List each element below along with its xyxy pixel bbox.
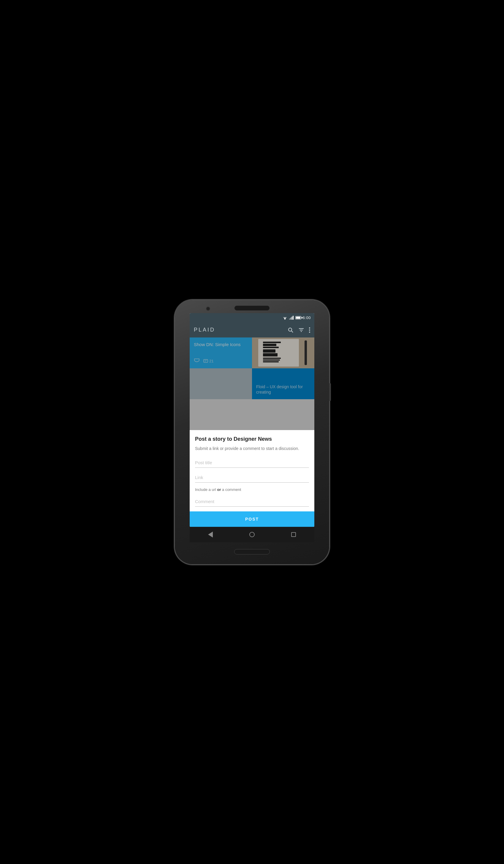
bottom-speaker: [234, 549, 270, 554]
svg-rect-6: [291, 317, 292, 320]
nav-home-button[interactable]: [246, 529, 258, 540]
status-icons: 6:00: [282, 315, 311, 320]
speaker-grille: [234, 305, 270, 311]
link-input[interactable]: [195, 472, 309, 483]
svg-point-3: [284, 319, 285, 320]
svg-rect-7: [293, 316, 293, 320]
wifi-icon: [282, 316, 288, 320]
app-bar: Plaid: [190, 323, 314, 337]
filter-icon[interactable]: [298, 328, 304, 332]
phone-top: [175, 300, 329, 311]
front-camera: [206, 307, 210, 311]
svg-line-9: [291, 331, 293, 333]
svg-rect-4: [289, 319, 290, 320]
modal-overlay: Post a story to Designer News Submit a l…: [190, 337, 314, 527]
status-bar: 6:00: [190, 313, 314, 323]
nav-bar: [190, 527, 314, 542]
signal-icon: [289, 316, 294, 320]
comment-group: [195, 496, 309, 507]
phone-bottom: [234, 542, 270, 564]
battery-fill: [296, 317, 300, 319]
status-time: 6:00: [303, 315, 311, 320]
nav-recents-button[interactable]: [288, 529, 300, 540]
bottom-sheet: Post a story to Designer News Submit a l…: [190, 430, 314, 527]
svg-point-14: [309, 329, 310, 331]
side-button[interactable]: [329, 383, 331, 401]
sheet-title: Post a story to Designer News: [195, 436, 309, 442]
nav-back-button[interactable]: [204, 529, 216, 540]
input-hint: Include a url or a comment: [195, 487, 309, 492]
app-bar-icons: [288, 327, 310, 333]
svg-point-15: [309, 332, 310, 333]
link-group: [195, 472, 309, 483]
more-options-icon[interactable]: [309, 327, 310, 333]
svg-point-13: [309, 327, 310, 328]
svg-point-8: [288, 328, 292, 331]
sheet-subtitle: Submit a link or provide a comment to st…: [195, 446, 309, 452]
screen: 6:00 Plaid: [190, 313, 314, 527]
battery-icon: [295, 316, 301, 319]
post-title-group: [195, 458, 309, 468]
app-title: Plaid: [194, 327, 215, 333]
back-icon: [208, 531, 213, 538]
comment-input[interactable]: [195, 496, 309, 507]
search-icon[interactable]: [288, 327, 293, 333]
post-title-input[interactable]: [195, 458, 309, 468]
home-icon: [249, 532, 255, 537]
post-button[interactable]: POST: [190, 512, 314, 527]
svg-rect-5: [290, 317, 291, 320]
recents-icon: [291, 532, 296, 537]
phone-device: 6:00 Plaid: [175, 300, 329, 564]
